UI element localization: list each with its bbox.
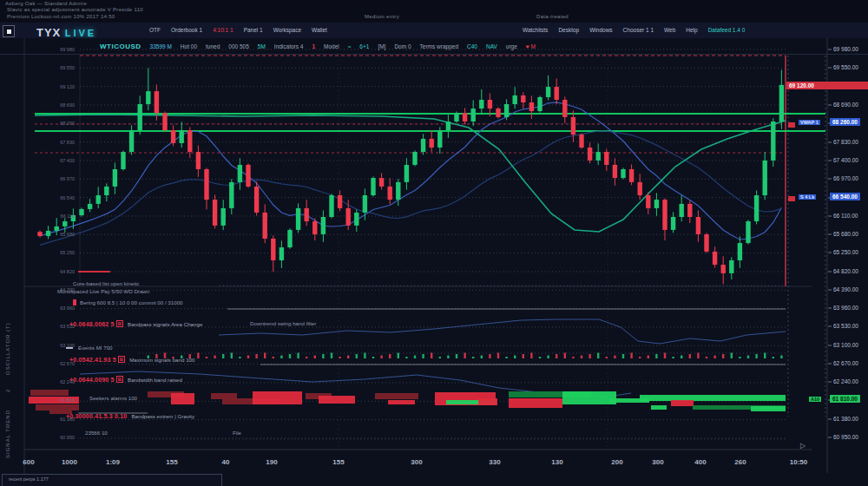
indicator-label: Bandwidth band raised: [128, 377, 182, 383]
indicator-label: Events MI 700: [78, 345, 113, 351]
dash-icon: [66, 347, 73, 349]
indicator-row-8[interactable]: +0.30000.41.5.3 0.10Bandpass extrem | Gr…: [66, 413, 194, 419]
indicator-label: Monospaced Live Pay 5/50 WD Drawn: [57, 288, 149, 294]
indicator-label: Bandpass signals Area Change: [128, 321, 202, 327]
indicator-badge: B: [116, 376, 123, 383]
play-icon[interactable]: ▷: [800, 442, 806, 450]
indicator-row-4[interactable]: Events MI 700: [66, 345, 113, 351]
indicator-label: Core-based list open kinetic: [73, 280, 139, 286]
pane-label-oscillator: OSCILLATOR (T): [5, 322, 10, 375]
indicator-label: Seekers alarms 100: [89, 395, 137, 401]
indicator-value: +0.0542.41.93 5: [69, 357, 116, 363]
status-box-text: recent perps 1.177: [3, 475, 221, 482]
indicator-row-1[interactable]: Monospaced Live Pay 5/50 WD Drawn: [57, 288, 149, 294]
alert-icon: [73, 299, 76, 305]
indicator-row-6[interactable]: +0.0644.0090 5BBandwidth band raised: [69, 376, 182, 383]
indicator-row-5[interactable]: +0.0542.41.93 5BMaximum signals band 100: [69, 356, 194, 363]
indicator-row-7[interactable]: Seekers alarms 100: [89, 395, 137, 401]
status-box[interactable]: recent perps 1.177: [2, 474, 222, 486]
indicator-value: +0.0644.0090 5: [69, 377, 115, 383]
indicator-label: Bandpass extrem | Gravity: [131, 413, 194, 419]
indicator-badge: B: [118, 356, 125, 363]
indicator-badge: B: [116, 320, 123, 327]
indicator-value: +0.0648.0062 5: [69, 321, 115, 327]
indicator-label: Maximum signals band 100: [129, 357, 194, 363]
indicator-row-9[interactable]: 23566 10: [85, 430, 108, 436]
indicator-label: Bering 600 8.5 | 10 0 00 commit 00 / 310…: [80, 299, 183, 305]
indicator-row-0[interactable]: Core-based list open kinetic: [73, 280, 139, 286]
trading-terminal: Asberg Oak — Standard Admire Slavic as s…: [0, 0, 868, 486]
pane-label-signal: SIGNAL TREND: [5, 410, 10, 458]
indicator-value: +0.30000.41.5.3 0.10: [66, 413, 127, 419]
indicator-row-2[interactable]: Bering 600 8.5 | 10 0 00 commit 00 / 310…: [73, 299, 183, 305]
pane-label-number: 2: [5, 389, 10, 392]
indicator-label: 23566 10: [85, 430, 108, 436]
indicator-row-3[interactable]: +0.0648.0062 5BBandpass signals Area Cha…: [69, 320, 202, 327]
